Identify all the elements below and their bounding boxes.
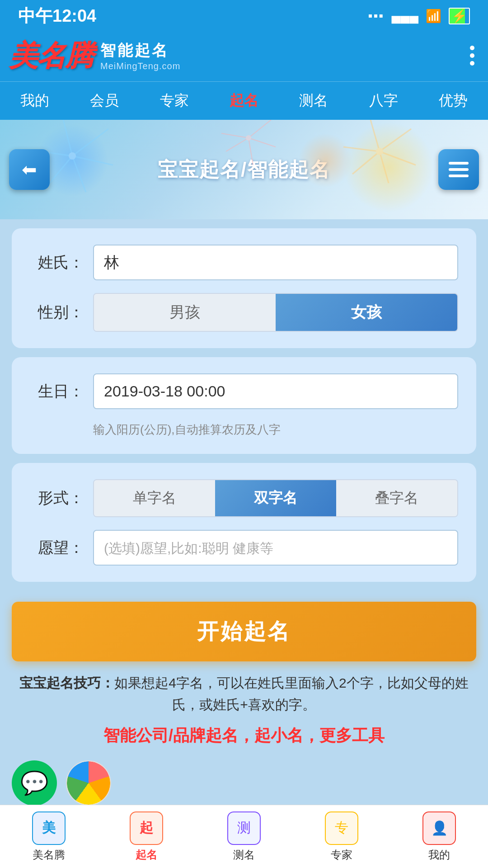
bottom-nav-cename[interactable]: 测 测名 [195, 805, 293, 868]
svg-point-19 [246, 135, 251, 141]
birthday-label: 生日： [30, 381, 84, 402]
back-button[interactable]: ⬅ [9, 149, 50, 190]
birthday-input[interactable] [93, 373, 458, 409]
signal-icon: ▪▪▪ [368, 9, 385, 23]
header-menu-button[interactable] [470, 46, 474, 66]
gender-boy-button[interactable]: 男孩 [94, 294, 276, 331]
bottom-nav-expert-label: 专家 [331, 848, 352, 862]
svg-point-13 [376, 148, 383, 155]
surname-input[interactable] [93, 245, 458, 280]
bottom-nav-cename-label: 测名 [233, 848, 255, 862]
tools-link[interactable]: 智能公司/品牌起名，起小名，更多工具 [12, 725, 476, 747]
bottom-nav-mmt-icon: 美 [32, 811, 66, 845]
banner: ⬅ 宝宝起名/智能起名 [0, 120, 488, 219]
hamburger-icon [449, 162, 469, 177]
card-format-wish: 形式： 单字名 双字名 叠字名 愿望： [12, 463, 476, 582]
gender-girl-button[interactable]: 女孩 [276, 294, 457, 331]
svg-line-7 [380, 129, 411, 151]
svg-line-18 [221, 133, 249, 138]
svg-line-11 [343, 147, 380, 151]
back-arrow-icon: ⬅ [22, 159, 37, 180]
format-repeat-button[interactable]: 叠字名 [336, 480, 457, 516]
svg-line-2 [72, 156, 86, 192]
nav-tab-naming[interactable]: 起名 [209, 82, 279, 120]
nav-tab-expert[interactable]: 专家 [140, 82, 209, 120]
surname-row: 姓氏： [30, 245, 458, 280]
svg-line-10 [352, 151, 380, 174]
gender-label: 性别： [30, 302, 84, 323]
wish-input[interactable] [93, 530, 458, 566]
wechat-share-button[interactable]: 💬 [12, 760, 57, 806]
bottom-nav-mine-label: 我的 [428, 848, 450, 862]
card-birthday: 生日： 输入阳历(公历),自动推算农历及八字 [12, 357, 476, 454]
tips-text: 宝宝起名技巧：如果想起4字名，可以在姓氏里面输入2个字，比如父母的姓氏，或姓氏+… [12, 672, 476, 716]
gender-toggle: 男孩 女孩 [93, 293, 458, 332]
nav-tab-mine[interactable]: 我的 [0, 82, 70, 120]
bottom-nav-naming-label: 起名 [136, 848, 157, 862]
format-row: 形式： 单字名 双字名 叠字名 [30, 479, 458, 517]
bottom-nav-expert[interactable]: 专 专家 [293, 805, 390, 868]
logo-main: 美名腾 [9, 36, 93, 75]
nav-tab-cename[interactable]: 测名 [279, 82, 348, 120]
wish-label: 愿望： [30, 538, 84, 558]
banner-fireworks [0, 120, 488, 219]
svg-line-16 [249, 138, 253, 165]
format-toggle: 单字名 双字名 叠字名 [93, 479, 458, 517]
surname-label: 姓氏： [30, 252, 84, 273]
network-icon: ▄▄▄ [391, 9, 418, 23]
birthday-row: 生日： [30, 373, 458, 409]
banner-menu-button[interactable] [438, 149, 479, 190]
start-naming-button[interactable]: 开始起名 [12, 602, 476, 661]
svg-line-8 [380, 151, 416, 165]
nav-tabs: 我的 会员 专家 起名 测名 八字 优势 [0, 81, 488, 120]
bottom-nav-expert-icon: 专 [325, 811, 358, 845]
svg-line-14 [249, 120, 271, 138]
nav-tab-member[interactable]: 会员 [70, 82, 139, 120]
bottom-nav-cename-icon: 测 [227, 811, 261, 845]
tips-content: 如果想起4字名，可以在姓氏里面输入2个字，比如父母的姓氏，或姓氏+喜欢的字。 [114, 675, 468, 712]
battery-icon: ⚡ [449, 8, 470, 24]
content-area: 姓氏： 性别： 男孩 女孩 生日： 输入阳历(公历),自动推算农历及八字 形式：… [0, 219, 488, 868]
bottom-nav-mine-icon: 👤 [422, 811, 456, 845]
logo-sub-en: MeiMingTeng.com [100, 61, 180, 71]
svg-line-5 [63, 120, 72, 156]
nav-tab-bazi[interactable]: 八字 [348, 82, 418, 120]
card-basic-info: 姓氏： 性别： 男孩 女孩 [12, 228, 476, 348]
tips-label: 宝宝起名技巧： [19, 675, 114, 690]
status-bar: 中午12:04 ▪▪▪ ▄▄▄ 📶 ⚡ [0, 0, 488, 32]
svg-line-12 [371, 120, 380, 151]
svg-point-6 [69, 152, 76, 160]
wish-row: 愿望： [30, 530, 458, 566]
logo-sub-cn: 智能起名 [100, 40, 180, 61]
bottom-nav-mine[interactable]: 👤 我的 [390, 805, 488, 868]
format-double-button[interactable]: 双字名 [215, 480, 336, 516]
format-label: 形式： [30, 488, 84, 509]
svg-line-1 [72, 156, 113, 165]
gender-row: 性别： 男孩 女孩 [30, 293, 458, 332]
status-time: 中午12:04 [18, 5, 96, 28]
svg-line-3 [50, 156, 72, 183]
logo-sub: 智能起名 MeiMingTeng.com [100, 40, 180, 71]
bottom-nav-mmt-label: 美名腾 [33, 848, 65, 862]
svg-line-17 [226, 138, 249, 151]
bottom-nav-naming[interactable]: 起 起名 [98, 805, 195, 868]
share-button[interactable] [66, 760, 111, 806]
bottom-nav-naming-icon: 起 [130, 811, 163, 845]
svg-line-15 [249, 138, 276, 147]
svg-line-0 [72, 129, 108, 156]
bottom-nav-mmt[interactable]: 美 美名腾 [0, 805, 98, 868]
bottom-nav: 美 美名腾 起 起名 测 测名 专 专家 👤 我的 [0, 805, 488, 868]
header: 美名腾 智能起名 MeiMingTeng.com [0, 32, 488, 81]
wifi-icon: 📶 [426, 9, 441, 24]
logo-area: 美名腾 智能起名 MeiMingTeng.com [9, 36, 180, 75]
wechat-icon: 💬 [20, 770, 48, 796]
social-row: 💬 [12, 760, 476, 806]
nav-tab-advantage[interactable]: 优势 [418, 82, 488, 120]
svg-line-9 [380, 151, 389, 183]
share-icon [67, 761, 110, 805]
birthday-hint: 输入阳历(公历),自动推算农历及八字 [93, 422, 458, 438]
status-icons: ▪▪▪ ▄▄▄ 📶 ⚡ [368, 8, 470, 24]
format-single-button[interactable]: 单字名 [94, 480, 215, 516]
